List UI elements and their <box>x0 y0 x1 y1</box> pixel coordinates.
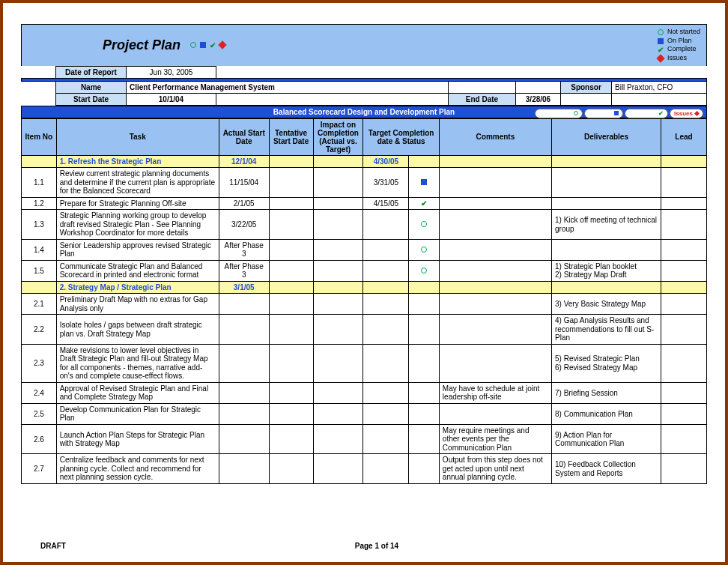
status-cell: ✔ <box>409 197 440 210</box>
task-cell: Preliminary Draft Map with no extras for… <box>56 294 219 315</box>
impact-cell <box>313 454 363 484</box>
actual-start-cell: After Phase 3 <box>219 260 269 281</box>
project-name: Client Performance Management System <box>127 81 449 93</box>
task-cell: Approval of Revised Strategic Plan and F… <box>56 382 219 403</box>
filter-complete-button[interactable]: Complete✔ <box>625 109 668 118</box>
item-no: 2.6 <box>22 424 57 454</box>
legend-complete: Complete <box>667 45 697 54</box>
table-row: 2.4Approval of Revised Strategic Plan an… <box>22 382 707 403</box>
comments-cell: May require meetings and other events pe… <box>439 424 551 454</box>
table-row: 2.3Make revisions to lower level objecti… <box>22 344 707 382</box>
filter-issues-button[interactable]: Issues <box>670 109 703 118</box>
title-bar: Project Plan ✔ Not started On Plan ✔Comp… <box>21 24 707 66</box>
lead-cell <box>661 382 707 403</box>
item-no: 1.4 <box>22 239 57 260</box>
target-date-cell <box>363 210 409 240</box>
col-task: Task <box>56 118 219 155</box>
lead-cell <box>661 315 707 345</box>
deliverables-cell: 9) Action Plan for Communication Plan <box>551 424 661 454</box>
tentative-start-cell <box>269 239 313 260</box>
deliverables-cell: 5) Revised Strategic Plan6) Revised Stra… <box>551 344 661 382</box>
title-status-icons: ✔ <box>189 42 225 49</box>
target-date-cell <box>363 294 409 315</box>
start-date-label: Start Date <box>56 93 127 105</box>
section-header-row: 1. Refresh the Strategic Plan12/1/044/30… <box>22 155 707 168</box>
tentative-start-cell <box>269 454 313 484</box>
target-date-cell <box>363 344 409 382</box>
target-date-cell <box>363 454 409 484</box>
item-no: 1.3 <box>22 210 57 240</box>
item-no: 2.5 <box>22 403 57 424</box>
target-date-cell <box>363 315 409 345</box>
impact-cell <box>313 382 363 403</box>
item-no: 2.1 <box>22 294 57 315</box>
lead-cell <box>661 239 707 260</box>
lead-cell <box>661 197 707 210</box>
tentative-start-cell <box>269 344 313 382</box>
table-row: 1.4Senior Leadership approves revised St… <box>22 239 707 260</box>
table-row: 1.2Prepare for Strategic Planning Off-si… <box>22 197 707 210</box>
table-row: 2.2Isolate holes / gaps between draft st… <box>22 315 707 345</box>
task-cell: Prepare for Strategic Planning Off-site <box>56 197 219 210</box>
col-actual-start: Actual Start Date <box>219 118 269 155</box>
tentative-start-cell <box>269 168 313 198</box>
deliverables-cell: 3) Very Basic Strategy Map <box>551 294 661 315</box>
filter-not-started-button[interactable]: Not Started <box>535 109 583 118</box>
col-impact: Impact on Completion (Actual vs. Target) <box>313 118 363 155</box>
actual-start-cell: 11/15/04 <box>219 168 269 198</box>
lead-cell <box>661 260 707 281</box>
tentative-start-cell <box>269 315 313 345</box>
deliverables-cell: 10) Feedback Collection System and Repor… <box>551 454 661 484</box>
comments-cell <box>439 344 551 382</box>
legend-issues: Issues <box>667 54 687 63</box>
deliverables-cell: 1) Kick off meeting of technical group <box>551 210 661 240</box>
impact-cell <box>313 344 363 382</box>
meta-table: Date of Report Jun 30, 2005 Name Client … <box>21 66 707 106</box>
filter-on-plan-button[interactable]: On Plan <box>584 109 622 118</box>
comments-cell <box>439 403 551 424</box>
status-cell <box>409 315 440 345</box>
col-comments: Comments <box>439 118 551 155</box>
comments-cell: Output from this step does not get acted… <box>439 454 551 484</box>
status-cell <box>409 424 440 454</box>
tentative-start-cell <box>269 424 313 454</box>
deliverables-cell: 4) Gap Analysis Results and recommendati… <box>551 315 661 345</box>
item-no: 2.2 <box>22 315 57 345</box>
comments-cell <box>439 260 551 281</box>
deliverables-cell: 8) Communication Plan <box>551 403 661 424</box>
lead-cell <box>661 344 707 382</box>
comments-cell <box>439 294 551 315</box>
target-date-cell <box>363 260 409 281</box>
item-no: 1.1 <box>22 168 57 198</box>
item-no: 2.7 <box>22 454 57 484</box>
lead-cell <box>661 454 707 484</box>
item-no: 1.5 <box>22 260 57 281</box>
comments-cell: May have to schedule at joint leadership… <box>439 382 551 403</box>
task-cell: Communicate Strategic Plan and Balanced … <box>56 260 219 281</box>
actual-start-cell <box>219 382 269 403</box>
table-row: 1.1Review current strategic planning doc… <box>22 168 707 198</box>
impact-cell <box>313 210 363 240</box>
sponsor-label: Sponsor <box>561 81 612 93</box>
tentative-start-cell <box>269 197 313 210</box>
name-label: Name <box>56 81 127 93</box>
table-row: 2.7Centralize feedback and comments for … <box>22 454 707 484</box>
task-cell: Senior Leadership approves revised Strat… <box>56 239 219 260</box>
comments-cell <box>439 168 551 198</box>
date-of-report-value: Jun 30, 2005 <box>127 66 216 78</box>
table-row: 1.5Communicate Strategic Plan and Balanc… <box>22 260 707 281</box>
actual-start-cell: After Phase 3 <box>219 239 269 260</box>
status-cell <box>409 454 440 484</box>
footer-draft: DRAFT <box>40 542 66 550</box>
impact-cell <box>313 294 363 315</box>
tentative-start-cell <box>269 294 313 315</box>
date-of-report-label: Date of Report <box>56 66 127 78</box>
legend-not-started: Not started <box>667 28 700 37</box>
task-cell: Strategic Planning working group to deve… <box>56 210 219 240</box>
task-cell: Make revisions to lower level objectives… <box>56 344 219 382</box>
target-date-cell <box>363 424 409 454</box>
impact-cell <box>313 260 363 281</box>
status-cell <box>409 168 440 198</box>
sponsor-value: Bill Praxton, CFO <box>612 81 707 93</box>
target-date-cell: 4/15/05 <box>363 197 409 210</box>
